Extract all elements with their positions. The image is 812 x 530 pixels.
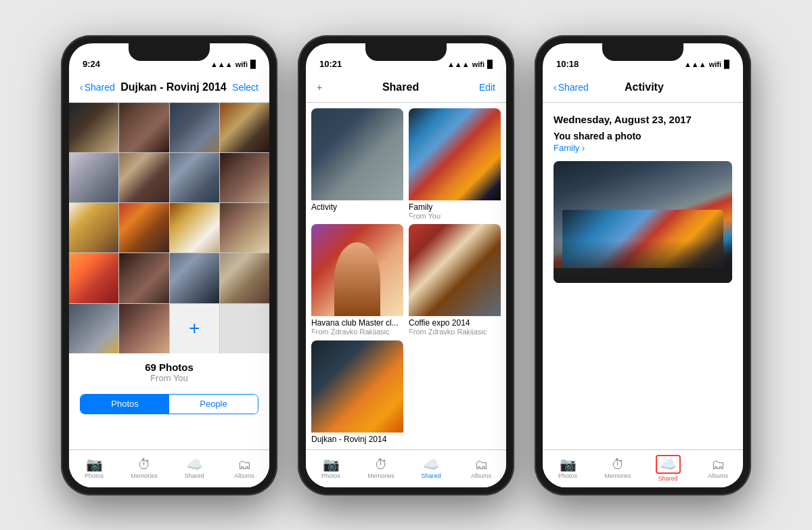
tab-bar-1: 📷 Photos ⏱ Memories ☁️ Shared 🗂 Albums [69,449,269,487]
shared-highlight-box: ☁️ [656,455,681,474]
tab-shared-3[interactable]: ☁️ Shared [643,455,693,482]
photo-cell[interactable] [220,203,269,252]
activity-photo[interactable] [554,161,732,283]
people-tab[interactable]: People [169,395,258,414]
album-card-activity[interactable]: Activity [311,108,403,219]
photo-cell[interactable] [220,153,269,202]
tab-photos-label-1: Photos [85,472,104,479]
notch-1 [129,43,210,61]
albums-icon-3: 🗂 [711,458,725,471]
status-icons-1: ▲▲▲ wifi ▉ [210,60,256,69]
tab-memories-label-3: Memories [604,472,631,479]
tab-memories-2[interactable]: ⏱ Memories [356,458,406,479]
segment-control[interactable]: Photos People [80,394,258,414]
nav-bar-3: ‹ Shared Activity [543,73,743,103]
album-card-havana[interactable]: Havana club Master cl... From Zdravko Ra… [311,224,403,335]
photo-cell[interactable] [119,203,168,252]
photo-cell[interactable] [69,203,118,252]
tab-albums-label-1: Albums [234,472,254,479]
album-count: 69 Photos [69,361,269,373]
tab-albums-1[interactable]: 🗂 Albums [219,458,269,479]
photo-cell[interactable] [170,253,219,303]
tab-memories-3[interactable]: ⏱ Memories [593,458,643,479]
tab-memories-label-1: Memories [131,472,158,479]
phone-1: 9:24 ▲▲▲ wifi ▉ ‹ Shared Dujkan - Rovinj… [61,35,277,495]
photo-grid: + [69,103,269,353]
album-card-coffie[interactable]: Coffie expo 2014 From Zdravko Rakijasic [409,224,501,335]
album-card-dujkan[interactable]: Dujkan - Rovinj 2014 [311,340,403,444]
photo-cell[interactable] [220,304,269,353]
photo-cell[interactable] [119,153,168,202]
tab-shared-label-3: Shared [658,475,677,482]
album-title-dujkan: Dujkan - Rovinj 2014 [311,435,403,444]
tab-shared-1[interactable]: ☁️ Shared [169,458,219,479]
album-title-coffie: Coffie expo 2014 [409,318,501,328]
back-chevron-1: ‹ [80,82,83,93]
album-sub-havana: From Zdravko Rakijasic [311,328,403,335]
edit-button-2[interactable]: Edit [479,82,495,93]
phone-3: 10:18 ▲▲▲ wifi ▉ ‹ Shared Activity Wedne… [535,35,751,495]
wifi-icon-2: wifi [472,60,484,68]
photo-cell[interactable] [170,153,219,202]
album-thumb-coffie [409,224,501,316]
tab-shared-2[interactable]: ☁️ Shared [406,458,456,479]
tab-photos-label-2: Photos [321,472,340,479]
photo-grid-content: + 69 Photos From You Photos People [69,103,269,449]
photos-icon-3: 📷 [560,458,577,471]
photo-cell[interactable] [69,153,118,202]
time-2: 10:21 [319,59,342,69]
tab-photos-1[interactable]: 📷 Photos [69,458,119,479]
album-card-family[interactable]: Family From You [409,108,501,219]
photo-cell[interactable] [69,253,118,303]
tab-memories-label-2: Memories [367,472,394,479]
shared-icon-1: ☁️ [186,458,203,471]
activity-action: shared a photo [570,131,641,141]
album-thumb-family [409,108,501,200]
photo-cell[interactable] [220,103,269,152]
notch-2 [365,43,447,61]
tab-albums-2[interactable]: 🗂 Albums [456,458,506,479]
battery-icon-3: ▉ [724,60,729,69]
tab-photos-2[interactable]: 📷 Photos [306,458,356,479]
shared-albums-content: Activity Family From You [306,103,506,449]
album-from: From You [69,373,269,383]
activity-content-area: Wednesday, August 23, 2017 You shared a … [543,103,743,449]
signal-icon-3: ▲▲▲ [684,60,706,68]
tab-albums-label-2: Albums [471,472,491,479]
activity-family-link[interactable]: Family › [554,143,732,153]
wifi-icon-1: wifi [235,60,248,68]
photo-cell[interactable] [220,253,269,303]
photos-tab[interactable]: Photos [81,395,169,414]
status-icons-2: ▲▲▲ wifi ▉ [447,60,493,69]
back-chevron-3: ‹ [554,82,557,93]
nav-title-2: Shared [382,81,419,93]
tab-shared-label-1: Shared [184,472,204,479]
album-title-havana: Havana club Master cl... [311,318,403,328]
tab-photos-3[interactable]: 📷 Photos [543,458,593,479]
activity-shared-text: You shared a photo [554,131,732,141]
memories-icon-3: ⏱ [611,458,625,471]
photo-cell[interactable] [119,253,168,303]
photo-cell[interactable] [69,103,118,152]
tab-memories-1[interactable]: ⏱ Memories [119,458,169,479]
wifi-icon-3: wifi [709,60,721,68]
tab-bar-2: 📷 Photos ⏱ Memories ☁️ Shared 🗂 Albums [306,449,506,487]
back-label-3: Shared [558,82,589,93]
tab-albums-3[interactable]: 🗂 Albums [693,458,743,479]
photo-cell[interactable] [119,304,168,353]
photo-cell[interactable] [170,203,219,252]
photo-cell[interactable] [69,304,118,353]
photo-cell[interactable] [119,103,168,152]
back-button-1[interactable]: ‹ Shared [80,82,115,93]
notch-3 [602,43,683,61]
add-photo-cell[interactable]: + [170,304,219,353]
battery-icon-1: ▉ [250,60,256,69]
photo-cell[interactable] [170,103,219,152]
back-button-3[interactable]: ‹ Shared [554,82,589,93]
add-button-2[interactable]: + [317,82,322,93]
photos-icon-1: 📷 [86,458,103,471]
memories-icon-1: ⏱ [137,458,151,471]
tab-shared-label-2: Shared [421,472,441,479]
status-icons-3: ▲▲▲ wifi ▉ [684,60,729,69]
select-button-1[interactable]: Select [232,82,258,93]
